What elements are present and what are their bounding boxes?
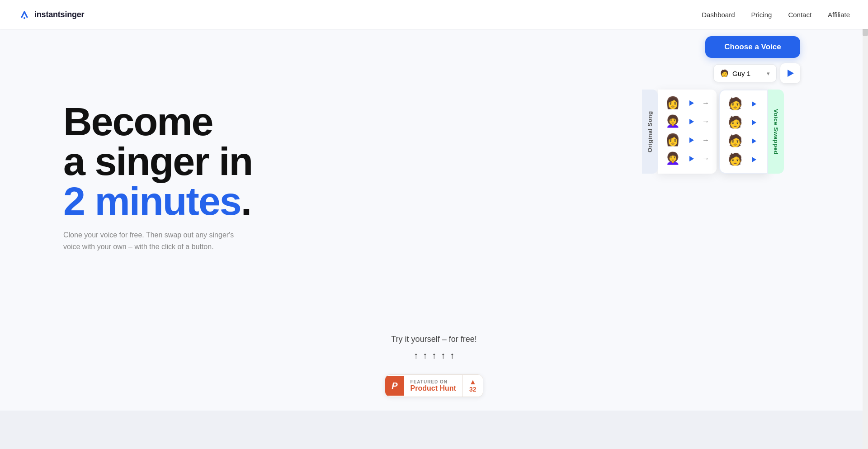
voice-row: 👩‍🦱 → bbox=[665, 114, 709, 128]
voice-chooser-card: Choose a Voice bbox=[705, 36, 800, 58]
voice-row: 👩 → bbox=[665, 96, 709, 110]
singer-emoji-1: 👩 bbox=[665, 96, 680, 110]
arrow-up-icon-3: ↑ bbox=[432, 350, 436, 361]
voice-table-container: Original Song 👩 → 👩‍🦱 → bbox=[642, 90, 814, 174]
play-row-3[interactable] bbox=[685, 134, 698, 147]
play-icon bbox=[788, 70, 794, 77]
original-voice-card: 👩 → 👩‍🦱 → 👩 → bbox=[658, 90, 717, 174]
ph-logo-letter: P bbox=[392, 381, 397, 391]
ph-upvote-icon: ▲ bbox=[469, 378, 476, 386]
swapped-emoji-1: 🧑 bbox=[727, 97, 743, 111]
arrow-up-icon-5: ↑ bbox=[450, 350, 454, 361]
singer-emoji-2: 👩‍🦱 bbox=[665, 114, 680, 128]
play-icon bbox=[689, 119, 694, 124]
voice-play-button[interactable] bbox=[780, 63, 800, 83]
play-swapped-4[interactable] bbox=[747, 153, 760, 166]
arrow-up-icon-2: ↑ bbox=[423, 350, 427, 361]
navbar: instantsinger Dashboard Pricing Contact … bbox=[0, 0, 868, 29]
logo-icon bbox=[18, 8, 31, 21]
selected-voice-emoji: 🧑 bbox=[720, 69, 729, 77]
swapped-section: 🧑 🧑 🧑 🧑 bbox=[719, 90, 784, 174]
ph-product-name: Product Hunt bbox=[410, 384, 456, 392]
nav-dashboard[interactable]: Dashboard bbox=[702, 11, 735, 19]
arrow-up-icon-1: ↑ bbox=[414, 350, 418, 361]
hero-visual: Choose a Voice 🧑 Guy 1 ▾ Original Song 👩 bbox=[642, 36, 814, 174]
nav-contact[interactable]: Contact bbox=[788, 11, 811, 19]
nav-links: Dashboard Pricing Contact Affiliate bbox=[702, 11, 850, 19]
bottom-section bbox=[0, 411, 868, 449]
ph-middle: FEATURED ON Product Hunt bbox=[404, 376, 462, 396]
logo-link[interactable]: instantsinger bbox=[18, 8, 84, 21]
singer-emoji-4: 👩‍🦱 bbox=[665, 151, 680, 165]
voice-row: 👩 → bbox=[665, 133, 709, 147]
play-icon bbox=[689, 100, 694, 106]
scrollbar[interactable] bbox=[863, 0, 868, 449]
voice-selector-row: 🧑 Guy 1 ▾ bbox=[642, 63, 814, 83]
nav-pricing[interactable]: Pricing bbox=[751, 11, 772, 19]
hero-subtext: Clone your voice for free. Then swap out… bbox=[63, 229, 244, 252]
ph-count-number: 32 bbox=[469, 386, 476, 393]
svg-point-0 bbox=[24, 17, 25, 19]
swapped-voice-row: 🧑 bbox=[727, 134, 760, 148]
original-section: Original Song 👩 → 👩‍🦱 → bbox=[642, 90, 717, 174]
play-swapped-1[interactable] bbox=[747, 98, 760, 110]
hero-content: Become a singer in 2 minutes. Clone your… bbox=[0, 75, 252, 279]
play-icon bbox=[752, 157, 756, 162]
logo-text: instantsinger bbox=[34, 10, 84, 19]
ph-vote-count: ▲ 32 bbox=[462, 375, 483, 397]
play-swapped-3[interactable] bbox=[747, 135, 760, 147]
swapped-emoji-3: 🧑 bbox=[727, 134, 743, 148]
voice-swapped-label: Voice Swapped bbox=[768, 90, 784, 174]
swapped-emoji-2: 🧑 bbox=[727, 115, 743, 129]
ph-featured-label: FEATURED ON bbox=[410, 379, 448, 384]
nav-affiliate[interactable]: Affiliate bbox=[828, 11, 850, 19]
arrow-up-icon-4: ↑ bbox=[441, 350, 445, 361]
play-icon bbox=[689, 156, 694, 161]
chevron-down-icon: ▾ bbox=[767, 70, 770, 77]
voice-row: 👩‍🦱 → bbox=[665, 151, 709, 165]
play-icon bbox=[752, 101, 756, 107]
hero-section: Become a singer in 2 minutes. Clone your… bbox=[0, 0, 868, 326]
play-icon bbox=[689, 137, 694, 143]
play-row-2[interactable] bbox=[685, 115, 698, 128]
play-swapped-2[interactable] bbox=[747, 116, 760, 129]
product-hunt-badge[interactable]: P FEATURED ON Product Hunt ▲ 32 bbox=[385, 374, 483, 397]
swapped-voice-row: 🧑 bbox=[727, 97, 760, 111]
arrow-right-icon: → bbox=[702, 118, 709, 126]
arrows-row: ↑ ↑ ↑ ↑ ↑ bbox=[0, 350, 868, 361]
try-section: Try it yourself – for free! ↑ ↑ ↑ ↑ ↑ P … bbox=[0, 326, 868, 411]
play-icon bbox=[752, 120, 756, 125]
voice-dropdown[interactable]: 🧑 Guy 1 ▾ bbox=[713, 64, 777, 82]
play-row-4[interactable] bbox=[685, 152, 698, 165]
selected-voice-label: Guy 1 bbox=[732, 70, 750, 77]
play-row-1[interactable] bbox=[685, 97, 698, 109]
arrow-right-icon: → bbox=[702, 99, 709, 107]
swapped-voice-card: 🧑 🧑 🧑 🧑 bbox=[719, 90, 768, 174]
swapped-voice-row: 🧑 bbox=[727, 115, 760, 129]
swapped-voice-row: 🧑 bbox=[727, 152, 760, 166]
arrow-right-icon: → bbox=[702, 155, 709, 163]
ph-logo: P bbox=[385, 376, 404, 396]
play-icon bbox=[752, 138, 756, 144]
swapped-emoji-4: 🧑 bbox=[727, 152, 743, 166]
arrow-right-icon: → bbox=[702, 136, 709, 144]
singer-emoji-3: 👩 bbox=[665, 133, 680, 147]
original-song-label: Original Song bbox=[642, 90, 658, 174]
hero-headline: Become a singer in 2 minutes. bbox=[63, 102, 252, 221]
try-text: Try it yourself – for free! bbox=[0, 335, 868, 344]
